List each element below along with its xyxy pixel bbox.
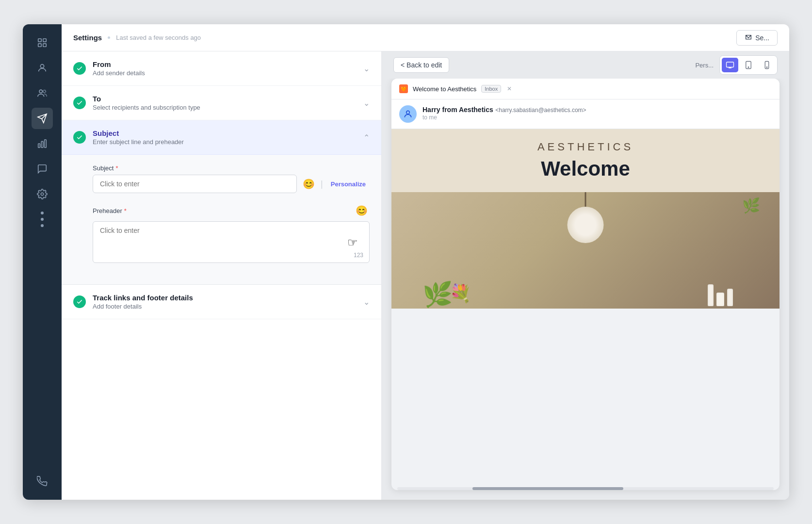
subject-required: *: [115, 164, 118, 172]
svg-point-5: [39, 90, 42, 93]
from-section-header[interactable]: From Add sender details ⌄: [62, 51, 381, 85]
subject-input-row: 😊 | Personalize: [93, 175, 370, 193]
subject-emoji-button[interactable]: 😊: [301, 176, 317, 192]
scroll-indicator[interactable]: [397, 487, 774, 490]
svg-rect-9: [45, 140, 47, 148]
send-button[interactable]: Se...: [736, 30, 778, 46]
page-title: Settings: [73, 33, 102, 42]
subject-title: Subject: [93, 129, 357, 137]
subject-field-group: Subject * 😊 | Personalize: [93, 164, 370, 193]
sender-email: <harry.sabastian@aesthetics.com>: [495, 107, 586, 114]
svg-rect-1: [43, 39, 46, 42]
subject-section: Subject Enter subject line and preheader…: [62, 120, 381, 285]
preheader-field-label: Preheader * 😊: [93, 203, 370, 218]
flower-decoration: 💐: [450, 283, 471, 304]
sidebar: [23, 24, 62, 500]
svg-point-13: [748, 67, 749, 68]
track-section: Track links and footer details Add foote…: [62, 285, 381, 319]
inbox-badge: Inbox: [481, 85, 501, 93]
subject-section-body: Subject * 😊 | Personalize: [62, 155, 381, 284]
preheader-input[interactable]: [93, 222, 369, 261]
preheader-area: 123: [93, 221, 370, 263]
mobile-view-toggle[interactable]: [759, 58, 775, 72]
sidebar-item-messages[interactable]: [32, 158, 53, 180]
sidebar-item-settings[interactable]: [32, 183, 53, 205]
sidebar-item-campaigns[interactable]: [32, 108, 53, 129]
email-body: AESTHETICS Welcome 🌿 💐: [391, 129, 780, 483]
topbar: Settings Last saved a few seconds ago Se…: [62, 24, 789, 51]
topbar-separator: [108, 36, 110, 39]
email-header: Harry from Aesthetics <harry.sabastian@a…: [391, 99, 780, 129]
back-to-edit-button[interactable]: < Back to edit: [393, 57, 449, 73]
preheader-emoji-button[interactable]: 😊: [354, 203, 370, 218]
preview-content: 🧡 Welcome to Aesthetics Inbox ✕: [382, 79, 789, 500]
subject-field-label: Subject *: [93, 164, 370, 172]
from-chevron: ⌄: [363, 64, 370, 73]
brand-name: AESTHETICS: [403, 141, 768, 153]
from-subtitle: Add sender details: [93, 69, 357, 77]
svg-point-16: [406, 111, 410, 114]
svg-rect-2: [38, 44, 41, 47]
candles-decoration: [708, 284, 733, 306]
track-section-header[interactable]: Track links and footer details Add foote…: [62, 285, 381, 319]
email-mockup: 🧡 Welcome to Aesthetics Inbox ✕: [391, 79, 780, 490]
sidebar-item-analytics[interactable]: [32, 133, 53, 154]
welcome-text: Welcome: [403, 157, 768, 180]
preview-panel: < Back to edit Pers...: [382, 51, 789, 500]
subject-input[interactable]: [93, 175, 297, 193]
preheader-char-count: 123: [354, 252, 363, 259]
sidebar-item-segments[interactable]: [32, 82, 53, 104]
topbar-saved-status: Last saved a few seconds ago: [116, 34, 201, 41]
email-subject-preview: Welcome to Aesthetics: [413, 85, 476, 93]
tablet-view-toggle[interactable]: [740, 58, 757, 72]
settings-panel: From Add sender details ⌄ To: [62, 51, 382, 500]
to-chevron: ⌄: [363, 98, 370, 108]
track-check: [73, 295, 86, 308]
subject-personalize-button[interactable]: Personalize: [327, 179, 370, 190]
svg-rect-0: [38, 39, 41, 42]
sidebar-item-dashboard[interactable]: [32, 32, 53, 53]
preheader-field-group: Preheader * 😊 123 ☞: [93, 203, 370, 263]
svg-point-6: [43, 90, 46, 93]
desktop-view-toggle[interactable]: [722, 58, 738, 72]
svg-point-10: [41, 193, 44, 196]
email-client-bar: 🧡 Welcome to Aesthetics Inbox ✕: [391, 79, 780, 99]
pipe-divider: |: [321, 179, 323, 189]
svg-rect-3: [43, 44, 46, 47]
track-title: Track links and footer details: [93, 294, 357, 302]
aesthetics-header: AESTHETICS Welcome: [391, 129, 780, 192]
from-title: From: [93, 60, 357, 68]
from-check: [73, 62, 86, 75]
svg-rect-11: [727, 62, 734, 67]
subject-section-header[interactable]: Subject Enter subject line and preheader…: [62, 120, 381, 155]
sidebar-more-menu[interactable]: [32, 209, 53, 230]
preview-toolbar: < Back to edit Pers...: [382, 51, 789, 79]
sender-avatar: [399, 105, 417, 123]
aesthetics-hero-image: 🌿 💐 🌿: [391, 192, 780, 309]
email-favicon: 🧡: [399, 84, 408, 93]
svg-rect-8: [41, 141, 43, 147]
preheader-required: *: [124, 207, 127, 214]
svg-point-4: [40, 65, 44, 68]
to-check: [73, 97, 86, 109]
sender-to: to me: [422, 114, 772, 121]
sidebar-item-contacts[interactable]: [32, 57, 53, 79]
leaf-decoration: 🌿: [742, 197, 760, 214]
plant-decoration: 🌿: [422, 280, 453, 309]
svg-point-15: [766, 67, 767, 68]
subject-subtitle: Enter subject line and preheader: [93, 138, 357, 146]
to-section: To Select recipients and subscription ty…: [62, 86, 381, 120]
sender-name: Harry from Aesthetics: [422, 106, 493, 114]
track-subtitle: Add footer details: [93, 303, 357, 310]
email-close-icon[interactable]: ✕: [507, 85, 512, 92]
view-toggles: [719, 55, 778, 75]
sidebar-item-phone[interactable]: [32, 471, 53, 492]
to-title: To: [93, 95, 357, 103]
main-content: Settings Last saved a few seconds ago Se…: [62, 24, 789, 500]
to-subtitle: Select recipients and subscription type: [93, 104, 357, 111]
track-chevron: ⌄: [363, 297, 370, 307]
body-split: From Add sender details ⌄ To: [62, 51, 789, 500]
personalize-preview-label: Pers...: [695, 62, 714, 69]
from-section: From Add sender details ⌄: [62, 51, 381, 86]
to-section-header[interactable]: To Select recipients and subscription ty…: [62, 86, 381, 120]
